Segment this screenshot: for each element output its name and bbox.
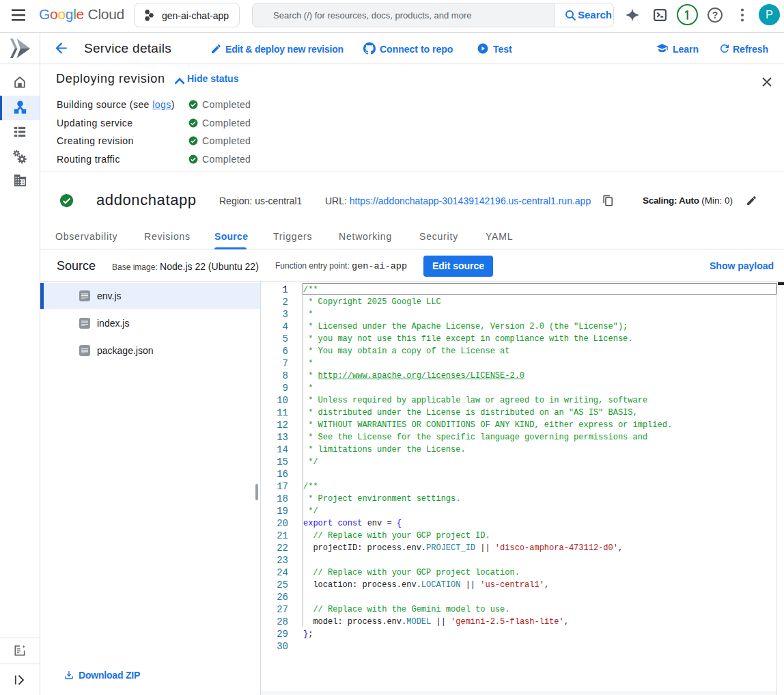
- svg-text:?: ?: [712, 10, 718, 21]
